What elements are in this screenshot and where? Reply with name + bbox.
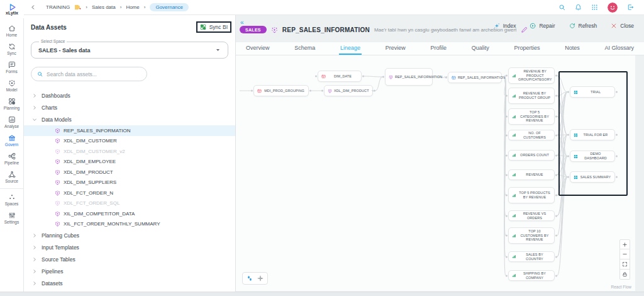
lineage-canvas[interactable]: MDI_PROD_GROUPINGDIM_DATEXDL_DIM_PRODUCT… [236, 55, 635, 291]
tree-item-label: XDL_FCT_ORDER_SQL [64, 200, 119, 206]
space-select[interactable]: Select Space SALES - Sales data [31, 42, 228, 59]
tree-item-xil-fct-order-monthly-summary[interactable]: XIL_FCT_ORDER_MONTHLY_SUMMARY [24, 219, 235, 230]
fit-view-icon [622, 261, 628, 267]
breadcrumb-item-sales-data[interactable]: Sales data [92, 4, 116, 10]
lineage-node-d4[interactable]: SALES SUMMARY [570, 171, 615, 183]
lineage-node-d1[interactable]: TRIAL [570, 86, 615, 98]
sidebar-item-forms[interactable]: Forms [0, 59, 23, 77]
reactflow-lock-button[interactable] [619, 270, 630, 280]
lineage-node-m10[interactable]: SALES BY COUNTRY [508, 251, 555, 262]
detail-actions: IndexRepairRefreshClose [494, 23, 634, 29]
sidebar-item-sync[interactable]: Sync [0, 40, 23, 59]
sidebar-item-pipeline[interactable]: Pipeline [0, 150, 23, 168]
tree-item-label: XDL_DIM_EMPLOYEE [64, 159, 116, 164]
user-avatar[interactable] [608, 3, 618, 13]
tab-quality[interactable]: Quality [470, 42, 491, 55]
chevron-right-icon [32, 269, 37, 274]
footprints-icon[interactable] [247, 275, 253, 282]
lineage-node-mdi[interactable]: MDI_PROD_GROUPING [253, 85, 309, 96]
tab-properties[interactable]: Properties [513, 42, 541, 55]
reactflow-minus-button[interactable] [619, 249, 630, 259]
lineage-node-m2[interactable]: REVENUE BY PRODUCT GROUP [508, 88, 555, 104]
tree-group-source-tables[interactable]: Source Tables [24, 253, 235, 265]
tree-item-xdl-dim-customer[interactable]: XDL_DIM_CUSTOMER [24, 136, 235, 147]
close-button[interactable]: Close [611, 23, 634, 29]
search-icon[interactable] [558, 4, 565, 11]
breadcrumb-item-home[interactable]: Home [126, 4, 139, 10]
sidebar-item-govern[interactable]: Govern [0, 132, 23, 150]
horizontal-scrollbar[interactable] [0, 292, 644, 296]
tree-item-xdl-dim-employee[interactable]: XDL_DIM_EMPLOYEE [24, 157, 235, 168]
reactflow-plus-button[interactable] [619, 239, 630, 249]
bar-chart-icon [512, 74, 516, 78]
tree-item-xil-dim-competitor-data[interactable]: XIL_DIM_COMPETITOR_DATA [24, 208, 235, 219]
lineage-node-m5[interactable]: ORDERS COUNT [508, 150, 555, 161]
tree-group-charts[interactable]: Charts [24, 101, 235, 113]
lineage-node-m8[interactable]: REVENUE VS ORDERS [508, 210, 555, 221]
sidebar-item-model[interactable]: Model [0, 77, 23, 95]
lineage-node-m9[interactable]: TOP 10 CUSTOMERS BY REVENUE [508, 227, 555, 244]
tree-item-xdl-dim-customer-v2[interactable]: XDL_DIM_CUSTOMER_v2 [24, 146, 235, 157]
bar-chart-icon [512, 213, 516, 218]
refresh-button[interactable]: Refresh [569, 23, 597, 29]
sidebar-item-settings[interactable]: Settings [0, 209, 23, 227]
lineage-node-m11[interactable]: SHIPPING BY COMPANY [508, 270, 555, 281]
lineage-node-xdlprod[interactable]: XDL_DIM_PRODUCT [324, 85, 373, 96]
fit-center-icon[interactable] [257, 275, 264, 282]
search-input[interactable] [47, 71, 141, 77]
tree-group-data-models[interactable]: Data Models [24, 113, 235, 125]
index-button[interactable]: Index [494, 23, 516, 29]
tab-schema[interactable]: Schema [293, 42, 316, 55]
lineage-node-m1[interactable]: REVENUE BY PRODUCT GROUP/CATEGORY [508, 67, 555, 84]
tree-item-xdl-fct-order-n[interactable]: XDL_FCT_ORDER_N [24, 188, 235, 198]
sidebar-item-source[interactable]: Source [0, 168, 23, 186]
tree-group-datasets[interactable]: Datasets [24, 277, 235, 289]
lineage-node-repm[interactable]: REP_SALES_INFORMATION [385, 68, 433, 86]
lineage-node-label: REP_SALES_INFORMATION [458, 76, 505, 80]
tab-ai-glossary[interactable]: AI Glossary [603, 42, 635, 55]
repair-button[interactable]: Repair [530, 23, 555, 29]
tree-group-input-templates[interactable]: Input Templates [24, 241, 235, 253]
sidebar-item-analyse[interactable]: Analyse [0, 113, 23, 132]
tree-group-dashboards[interactable]: Dashboards [24, 89, 235, 101]
tree-item-xdl-dim-suppliers[interactable]: XDL_DIM_SUPPLIERS [24, 178, 235, 188]
lineage-node-d2[interactable]: TRIAL FOR ER [570, 129, 615, 140]
lineage-node-dimdate[interactable]: DIM_DATE [318, 71, 362, 82]
lineage-node-m7[interactable]: TOP 5 PRODUCTS BY REVENUE [508, 187, 555, 203]
model-icon [55, 211, 60, 217]
lineage-node-label: MDI_PROD_GROUPING [264, 89, 305, 93]
tree-item-xdl-fct-order-sql[interactable]: XDL_FCT_ORDER_SQL [24, 198, 235, 209]
tree-item-rep-sales-information[interactable]: REP_SALES_INFORMATION [24, 125, 235, 136]
sync-bi-button[interactable]: Sync BI [200, 24, 228, 30]
apps-grid-icon[interactable] [591, 4, 598, 11]
breadcrumb-item-training[interactable]: TRAINING [46, 4, 70, 10]
topbar-actions [558, 3, 638, 13]
lineage-node-label: REVENUE VS ORDERS [518, 212, 551, 220]
tab-lineage[interactable]: Lineage [339, 42, 362, 55]
tree-group-planning-cubes[interactable]: Planning Cubes [24, 229, 235, 241]
tab-preview[interactable]: Preview [384, 42, 407, 55]
tree-group-pipelines[interactable]: Pipelines [24, 265, 235, 277]
tree-item-xdl-dim-product[interactable]: XDL_DIM_PRODUCT [24, 167, 235, 178]
breadcrumb-label: TRAINING [46, 4, 70, 10]
back-chevron-icon[interactable] [30, 4, 36, 10]
lineage-node-d3[interactable]: DEMO DASHBOARD [570, 151, 615, 162]
tab-profile[interactable]: Profile [429, 42, 448, 55]
lineage-node-m3[interactable]: TOP 5 CATEGORIES BY REVENUE [508, 108, 555, 125]
sidebar-item-planning[interactable]: Planning [0, 95, 23, 113]
tab-notes[interactable]: Notes [564, 42, 581, 55]
logout-icon[interactable] [627, 4, 634, 11]
lineage-node-rept[interactable]: REP_SALES_INFORMATION [448, 72, 502, 83]
lineage-node-label: REVENUE [518, 173, 551, 177]
lineage-node-m6[interactable]: REVENUE [508, 169, 555, 180]
lineage-node-label: TOP 5 PRODUCTS BY REVENUE [518, 191, 551, 199]
lineage-node-m4[interactable]: NO. OF CUSTOMERS [508, 130, 555, 140]
tab-overview[interactable]: Overview [245, 42, 271, 55]
app-logo[interactable]: xLytix [0, 0, 24, 18]
bell-icon[interactable] [575, 4, 582, 11]
reactflow-fit-view-button[interactable] [619, 259, 630, 270]
breadcrumb-item-governance[interactable]: Governance [150, 3, 189, 11]
sidebar-item-home[interactable]: Home [0, 22, 23, 40]
collapse-panel-icon[interactable]: « [240, 19, 244, 26]
sidebar-item-spaces[interactable]: Spaces [0, 188, 23, 209]
